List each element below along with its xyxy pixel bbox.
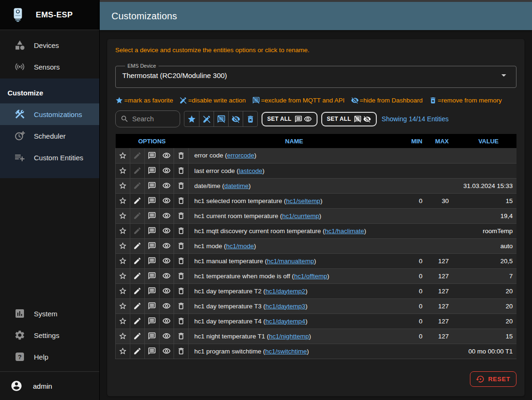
entity-name[interactable]: hc1 selected room temperature (hc1/selte… [189, 193, 400, 208]
edit-toggle[interactable] [130, 299, 144, 314]
favorite-toggle[interactable] [116, 254, 130, 268]
favorite-toggle[interactable] [116, 329, 130, 344]
entity-link[interactable]: hc1/daytemp4 [265, 318, 305, 325]
entity-link[interactable]: hc1/daytemp2 [265, 288, 305, 295]
visibility-toggle[interactable] [159, 284, 174, 298]
entity-link[interactable]: hc1/nighttemp [269, 333, 309, 340]
favorite-toggle[interactable] [116, 224, 130, 238]
mqtt-toggle[interactable] [145, 179, 159, 193]
entity-link[interactable]: hc1/switchtime [265, 348, 307, 355]
sidebar-item-settings[interactable]: Settings [0, 324, 99, 346]
delete-toggle[interactable] [174, 284, 188, 298]
favorite-toggle[interactable] [116, 299, 130, 314]
mqtt-toggle[interactable] [145, 239, 159, 253]
filter-remove-memory-button[interactable] [243, 111, 257, 126]
visibility-toggle[interactable] [159, 194, 174, 208]
favorite-toggle[interactable] [116, 179, 130, 193]
entity-name[interactable]: hc1 current room temperature (hc1/currte… [189, 208, 400, 223]
entity-link[interactable]: hc1/seltemp [286, 197, 320, 204]
entity-name[interactable]: hc1 night temperature T1 (hc1/nighttemp) [189, 329, 400, 344]
delete-toggle[interactable] [174, 329, 188, 344]
entity-name[interactable]: hc1 manual temperature (hc1/manualtemp) [189, 253, 400, 268]
favorite-toggle[interactable] [116, 239, 130, 253]
visibility-toggle[interactable] [159, 344, 174, 359]
visibility-toggle[interactable] [159, 314, 174, 329]
sidebar-item-custom-entities[interactable]: Custom Entities [0, 147, 99, 168]
search-input[interactable] [132, 115, 175, 123]
favorite-toggle[interactable] [116, 284, 130, 298]
mqtt-toggle[interactable] [145, 209, 159, 223]
favorite-toggle[interactable] [116, 164, 130, 178]
mqtt-toggle[interactable] [145, 344, 159, 359]
sidebar-user-admin[interactable]: admin [0, 372, 99, 400]
visibility-toggle[interactable] [159, 224, 174, 238]
delete-toggle[interactable] [174, 209, 188, 223]
favorite-toggle[interactable] [116, 314, 130, 329]
sidebar-item-customizations[interactable]: Customizations [0, 103, 99, 125]
delete-toggle[interactable] [174, 314, 188, 329]
set-all-show-button[interactable]: SET ALL [262, 112, 318, 126]
sidebar-item-sensors[interactable]: Sensors [0, 56, 99, 78]
mqtt-toggle[interactable] [145, 329, 159, 344]
entity-link[interactable]: hc1/mode [226, 243, 254, 250]
entity-name[interactable]: last error code (lastcode) [189, 163, 400, 178]
entity-name[interactable]: hc1 program switchtime (hc1/switchtime) [189, 344, 400, 359]
delete-toggle[interactable] [174, 224, 188, 238]
filter-hide-dashboard-button[interactable] [228, 111, 243, 126]
mqtt-toggle[interactable] [145, 194, 159, 208]
entity-name[interactable]: hc1 day temperature T2 (hc1/daytemp2) [189, 283, 400, 298]
entity-name[interactable]: hc1 day temperature T4 (hc1/daytemp4) [189, 314, 400, 329]
mqtt-toggle[interactable] [145, 148, 159, 163]
edit-toggle[interactable] [130, 329, 144, 344]
edit-toggle[interactable] [130, 314, 144, 329]
delete-toggle[interactable] [174, 194, 188, 208]
visibility-toggle[interactable] [159, 164, 174, 178]
edit-toggle[interactable] [130, 239, 144, 253]
entity-link[interactable]: hc1/offtemp [294, 273, 327, 280]
entity-link[interactable]: errorcode [227, 152, 254, 159]
visibility-toggle[interactable] [159, 239, 174, 253]
edit-toggle[interactable] [130, 269, 144, 283]
mqtt-toggle[interactable] [145, 254, 159, 268]
edit-toggle[interactable] [130, 284, 144, 298]
mqtt-toggle[interactable] [145, 299, 159, 314]
delete-toggle[interactable] [174, 299, 188, 314]
filter-exclude-mqtt-button[interactable] [214, 111, 228, 126]
filter-disable-write-button[interactable] [199, 111, 214, 126]
entity-link[interactable]: hc1/daytemp3 [265, 303, 305, 310]
delete-toggle[interactable] [174, 148, 188, 163]
entity-link[interactable]: hc1/manualtemp [267, 258, 314, 265]
edit-toggle[interactable] [130, 194, 144, 208]
visibility-toggle[interactable] [159, 179, 174, 193]
favorite-toggle[interactable] [116, 344, 130, 359]
favorite-toggle[interactable] [116, 194, 130, 208]
visibility-toggle[interactable] [159, 148, 174, 163]
mqtt-toggle[interactable] [145, 164, 159, 178]
delete-toggle[interactable] [174, 179, 188, 193]
visibility-toggle[interactable] [159, 254, 174, 268]
sidebar-item-help[interactable]: Help [0, 346, 99, 368]
entity-link[interactable]: lastcode [239, 167, 262, 174]
reset-button[interactable]: RESET [470, 371, 516, 387]
favorite-toggle[interactable] [116, 269, 130, 283]
favorite-toggle[interactable] [116, 148, 130, 163]
delete-toggle[interactable] [174, 269, 188, 283]
entity-link[interactable]: hc1/haclimate [325, 227, 364, 235]
mqtt-toggle[interactable] [145, 284, 159, 298]
delete-toggle[interactable] [174, 254, 188, 268]
set-all-hide-button[interactable]: SET ALL [321, 112, 377, 126]
visibility-toggle[interactable] [159, 209, 174, 223]
delete-toggle[interactable] [174, 164, 188, 178]
filter-favorite-button[interactable] [184, 111, 199, 126]
sidebar-item-devices[interactable]: Devices [0, 34, 99, 56]
entity-link[interactable]: hc1/currtemp [282, 212, 319, 220]
visibility-toggle[interactable] [159, 299, 174, 314]
entity-name[interactable]: date/time (datetime) [189, 178, 400, 193]
delete-toggle[interactable] [174, 344, 188, 359]
entity-name[interactable]: hc1 day temperature T3 (hc1/daytemp3) [189, 298, 400, 314]
ems-device-select[interactable]: EMS Device Thermostat (RC20/Moduline 300… [115, 63, 516, 88]
sidebar-item-scheduler[interactable]: Scheduler [0, 125, 99, 147]
delete-toggle[interactable] [174, 239, 188, 253]
entity-name[interactable]: error code (errorcode) [189, 148, 400, 163]
mqtt-toggle[interactable] [145, 224, 159, 238]
